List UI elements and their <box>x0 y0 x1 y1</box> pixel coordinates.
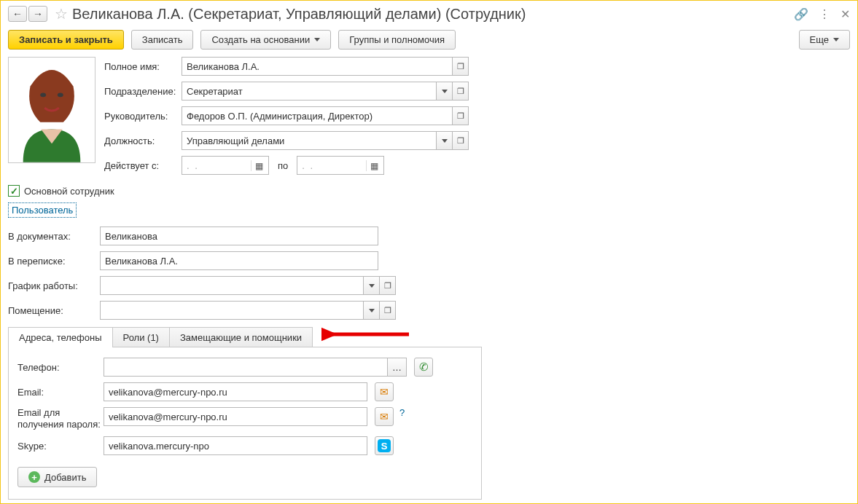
phone-label: Телефон: <box>17 362 104 373</box>
position-input[interactable] <box>182 131 437 150</box>
chevron-down-icon <box>314 38 320 42</box>
save-and-close-button[interactable]: Записать и закрыть <box>8 30 124 50</box>
nav-forward-button[interactable]: → <box>28 6 47 22</box>
room-label: Помещение: <box>8 305 100 316</box>
in-correspondence-label: В переписке: <box>8 256 100 267</box>
phone-more-button[interactable]: … <box>388 358 407 377</box>
open-button[interactable] <box>380 301 396 320</box>
room-input[interactable] <box>100 301 364 320</box>
mail-icon: ✉ <box>380 411 389 422</box>
date-to-input[interactable]: . . <box>297 156 384 175</box>
tab-roles[interactable]: Роли (1) <box>112 327 170 347</box>
full-name-label: Полное имя: <box>104 61 182 72</box>
send-email-button[interactable]: ✉ <box>375 382 394 401</box>
avatar-placeholder-icon <box>9 58 95 162</box>
chevron-down-icon <box>833 38 839 42</box>
chevron-down-icon <box>369 284 375 288</box>
open-button[interactable] <box>453 106 469 125</box>
mail-icon: ✉ <box>380 386 389 398</box>
call-button[interactable]: ✆ <box>414 358 433 377</box>
calendar-icon[interactable] <box>251 160 268 171</box>
skype-input[interactable] <box>104 436 367 455</box>
favorite-star-icon[interactable]: ☆ <box>55 5 68 23</box>
send-email-pwd-button[interactable]: ✉ <box>375 407 394 426</box>
in-documents-input[interactable] <box>100 227 378 245</box>
email-pwd-input[interactable] <box>104 407 367 426</box>
in-correspondence-input[interactable] <box>100 251 378 270</box>
email-label: Email: <box>17 387 104 398</box>
add-label: Добавить <box>44 472 86 483</box>
user-link[interactable]: Пользователь <box>8 202 77 218</box>
manager-input[interactable] <box>182 106 453 125</box>
date-to-value: . . <box>302 160 314 171</box>
chevron-down-icon <box>442 139 448 143</box>
nav-back-button[interactable]: ← <box>8 6 27 22</box>
groups-permissions-button[interactable]: Группы и полномочия <box>338 30 456 50</box>
help-icon[interactable]: ? <box>399 407 405 418</box>
avatar[interactable] <box>8 57 95 163</box>
close-icon[interactable]: ✕ <box>841 7 850 21</box>
full-name-input[interactable] <box>182 57 453 76</box>
open-button[interactable] <box>453 57 469 76</box>
main-employee-checkbox[interactable]: ✓ <box>8 185 20 197</box>
dropdown-button[interactable] <box>437 82 453 101</box>
email-pwd-label: Email для получения пароля: <box>17 407 104 430</box>
in-documents-label: В документах: <box>8 231 100 242</box>
valid-from-label: Действует с: <box>104 160 182 171</box>
dropdown-button[interactable] <box>364 276 380 295</box>
date-from-input[interactable]: . . <box>182 156 269 175</box>
tab-panel-addresses: Телефон: … ✆ Email: ✉ Email для получени… <box>8 347 482 500</box>
page-title: Великанова Л.А. (Секретариат, Управляющи… <box>72 6 526 23</box>
calendar-icon[interactable] <box>366 160 383 171</box>
kebab-menu-icon[interactable]: ⋮ <box>819 7 830 21</box>
skype-button[interactable]: S <box>375 436 394 455</box>
open-button[interactable] <box>453 131 469 150</box>
skype-label: Skype: <box>17 441 104 452</box>
svg-point-2 <box>40 92 46 97</box>
open-button[interactable] <box>453 82 469 101</box>
manager-label: Руководитель: <box>104 111 182 122</box>
main-employee-label: Основной сотрудник <box>24 186 114 197</box>
plus-icon: + <box>28 471 40 483</box>
email-input[interactable] <box>104 382 367 401</box>
tab-addresses[interactable]: Адреса, телефоны <box>8 327 113 347</box>
link-icon[interactable]: 🔗 <box>794 7 808 21</box>
phone-input[interactable] <box>104 358 388 377</box>
chevron-down-icon <box>369 309 375 312</box>
department-label: Подразделение: <box>104 86 182 97</box>
create-from-label: Создать на основании <box>211 34 310 45</box>
skype-icon: S <box>378 439 391 452</box>
svg-point-3 <box>58 92 63 97</box>
open-button[interactable] <box>380 276 396 295</box>
phone-icon: ✆ <box>419 361 429 374</box>
more-button[interactable]: Еще <box>799 30 850 50</box>
dropdown-button[interactable] <box>364 301 380 320</box>
position-label: Должность: <box>104 135 182 146</box>
chevron-down-icon <box>442 90 448 93</box>
add-contact-button[interactable]: + Добавить <box>17 467 97 487</box>
more-label: Еще <box>810 34 829 45</box>
schedule-label: График работы: <box>8 280 100 291</box>
to-label: по <box>278 160 288 171</box>
tab-substitutes[interactable]: Замещающие и помощники <box>169 327 313 347</box>
department-input[interactable] <box>182 82 437 101</box>
schedule-input[interactable] <box>100 276 364 295</box>
create-from-button[interactable]: Создать на основании <box>200 30 331 50</box>
save-button[interactable]: Записать <box>131 30 194 50</box>
date-from-value: . . <box>187 160 199 171</box>
dropdown-button[interactable] <box>437 131 453 150</box>
